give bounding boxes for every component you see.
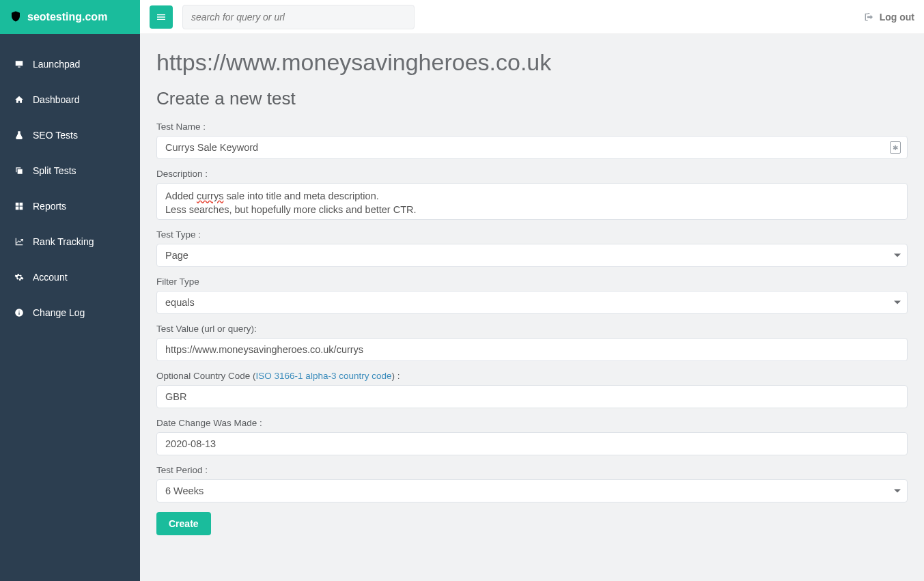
main-column: Log out https://www.moneysavingheroes.co… [140,0,924,581]
sidebar-item-account[interactable]: Account [0,259,140,295]
sidebar-header: seotesting.com [0,0,140,34]
shield-icon [10,10,22,25]
test-name-input[interactable] [156,136,908,159]
test-name-label: Test Name : [156,122,908,132]
menu-toggle-button[interactable] [150,5,173,29]
topbar: Log out [140,0,924,34]
home-icon [14,95,25,104]
description-textarea[interactable]: Added currys sale into title and meta de… [156,183,908,220]
search-input[interactable] [182,5,415,29]
test-period-select[interactable]: 6 Weeks [156,479,908,502]
page-title: https://www.moneysavingheroes.co.uk [156,49,908,76]
sidebar-item-label: Launchpad [33,59,80,70]
monitor-icon [14,59,25,69]
sidebar-item-launchpad[interactable]: Launchpad [0,46,140,82]
grid-icon [14,201,25,211]
chart-icon [14,237,25,246]
sidebar-item-reports[interactable]: Reports [0,188,140,224]
info-icon [14,308,25,317]
sidebar-item-rank-tracking[interactable]: Rank Tracking [0,224,140,259]
content: https://www.moneysavingheroes.co.uk Crea… [140,34,924,556]
test-value-label: Test Value (url or query): [156,324,908,334]
logout-icon [863,12,874,23]
sidebar-item-change-log[interactable]: Change Log [0,295,140,330]
section-title: Create a new test [156,88,908,109]
date-change-input[interactable] [156,432,908,455]
test-type-select[interactable]: Page [156,244,908,267]
sidebar-item-label: Account [33,272,68,283]
sidebar-nav: Launchpad Dashboard SEO Tests Split Test… [0,34,140,330]
brand-name: seotesting.com [27,11,107,23]
description-label: Description : [156,169,908,179]
filter-type-label: Filter Type [156,277,908,287]
test-type-label: Test Type : [156,229,908,240]
logout-label: Log out [880,12,914,23]
sidebar-item-label: Dashboard [33,94,80,105]
sidebar-item-label: Change Log [33,307,85,318]
logout-button[interactable]: Log out [863,12,914,23]
gear-icon [14,272,25,282]
copy-icon [14,166,25,175]
sidebar-item-split-tests[interactable]: Split Tests [0,153,140,188]
sidebar-item-seo-tests[interactable]: SEO Tests [0,117,140,153]
hamburger-icon [156,12,167,23]
sidebar-item-label: SEO Tests [33,130,78,141]
iso-link[interactable]: ISO 3166-1 alpha-3 country code [256,371,392,381]
sidebar-item-label: Split Tests [33,165,76,176]
sidebar-item-label: Reports [33,201,66,212]
test-period-label: Test Period : [156,465,908,475]
sidebar-item-dashboard[interactable]: Dashboard [0,82,140,117]
filter-type-select[interactable]: equals [156,291,908,314]
country-code-label: Optional Country Code (ISO 3166-1 alpha-… [156,371,908,381]
sidebar: seotesting.com Launchpad Dashboard SEO T… [0,0,140,581]
sidebar-item-label: Rank Tracking [33,236,94,247]
test-value-input[interactable] [156,338,908,361]
date-change-label: Date Change Was Made : [156,418,908,428]
country-code-input[interactable] [156,385,908,408]
flask-icon [14,130,25,140]
create-button[interactable]: Create [156,512,211,535]
